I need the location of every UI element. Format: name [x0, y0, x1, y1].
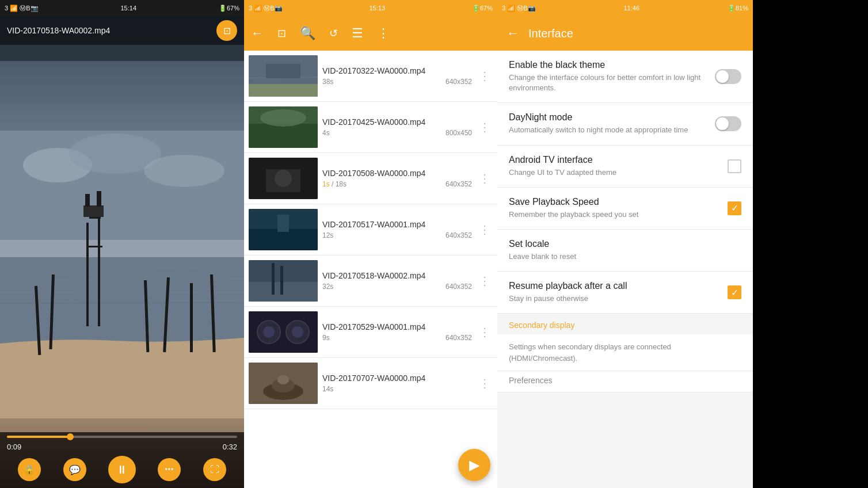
control-buttons: 🔒 💬 ⏸ ••• ⛶ [7, 456, 237, 483]
replay-icon[interactable]: ↺ [329, 27, 338, 40]
item-filename: VID-20170322-WA0000.mp4 [322, 66, 472, 75]
svg-point-44 [292, 326, 303, 338]
item-info: VID-20170529-WA0001.mp4 9s 640x352 [318, 322, 477, 342]
player-video-area [0, 61, 244, 488]
svg-rect-15 [85, 194, 90, 207]
item-menu-button[interactable]: ⋮ [477, 118, 493, 136]
list-item[interactable]: VID-20170508-WA0000.mp4 1s / 18s 640x352… [244, 153, 497, 204]
settings-item-android-tv[interactable]: Android TV interface Change UI to TV ada… [497, 146, 753, 188]
cast-icon[interactable]: ⊡ [277, 27, 286, 40]
settings-item-preferences: Preferences [497, 371, 753, 392]
settings-status-right: 🔋81% [728, 5, 748, 12]
settings-status-bar: 3 📶 ⓂB📷 11:46 🔋81% [497, 0, 753, 16]
item-meta: 14s [322, 385, 472, 393]
settings-item-title: Resume playback after a call [509, 281, 728, 291]
item-info: VID-20170508-WA0000.mp4 1s / 18s 640x352 [318, 169, 477, 188]
player-status-right: 🔋67% [219, 5, 239, 12]
item-info: VID-20170707-WA0000.mp4 14s [318, 373, 477, 393]
item-resolution: 800x450 [446, 129, 472, 137]
settings-status-left: 3 📶 ⓂB📷 [502, 4, 536, 13]
item-menu-button[interactable]: ⋮ [477, 169, 493, 188]
svg-rect-39 [280, 266, 283, 295]
list-item[interactable]: VID-20170322-WA0000.mp4 38s 640x352 ⋮ [244, 51, 497, 102]
list-item[interactable]: VID-20170518-WA0002.mp4 32s 640x352 ⋮ [244, 256, 497, 307]
search-icon[interactable]: 🔍 [300, 26, 315, 41]
thumbnail [249, 106, 318, 148]
settings-item-text: Enable the black theme Change the interf… [509, 60, 715, 93]
item-menu-button[interactable]: ⋮ [477, 374, 493, 392]
black-theme-toggle[interactable] [715, 69, 741, 84]
item-menu-button[interactable]: ⋮ [477, 272, 493, 290]
file-list-items: VID-20170322-WA0000.mp4 38s 640x352 ⋮ [244, 51, 497, 409]
more-menu-icon[interactable]: ⋮ [377, 26, 390, 41]
item-filename: VID-20170517-WA0001.mp4 [322, 220, 472, 229]
svg-rect-25 [266, 64, 300, 78]
item-info: VID-20170322-WA0000.mp4 38s 640x352 [318, 66, 477, 86]
item-meta: 9s 640x352 [322, 334, 472, 342]
file-list-panel: 3 📶 ⓂB📷 15:13 🔋67% ← ⊡ 🔍 ↺ ☰ ⋮ [244, 0, 497, 488]
item-duration: 38s [322, 78, 333, 86]
file-list-container: VID-20170322-WA0000.mp4 38s 640x352 ⋮ [244, 51, 497, 488]
list-item[interactable]: VID-20170707-WA0000.mp4 14s ⋮ [244, 358, 497, 409]
item-meta: 38s 640x352 [322, 78, 472, 86]
pause-button[interactable]: ⏸ [108, 456, 136, 483]
thumbnail [249, 311, 318, 353]
thumbnail [249, 209, 318, 250]
item-menu-button[interactable]: ⋮ [477, 323, 493, 341]
svg-point-29 [260, 109, 306, 127]
settings-panel: 3 📶 ⓂB📷 11:46 🔋81% ← Interface Enable th… [497, 0, 753, 488]
progress-bar[interactable] [7, 436, 237, 438]
svg-rect-28 [249, 124, 318, 148]
settings-item-title: Set locale [509, 239, 741, 249]
settings-item-daynight[interactable]: DayNight mode Automatically switch to ni… [497, 103, 753, 145]
settings-item-locale[interactable]: Set locale Leave blank to reset [497, 230, 753, 272]
settings-item-resume[interactable]: Resume playback after a call Stay in pau… [497, 272, 753, 314]
settings-title: Interface [528, 27, 573, 40]
settings-item-black-theme[interactable]: Enable the black theme Change the interf… [497, 51, 753, 103]
progress-thumb[interactable] [67, 433, 74, 440]
svg-rect-13 [87, 246, 102, 247]
svg-rect-12 [89, 217, 101, 219]
list-status-right: 🔋67% [472, 5, 493, 12]
player-status-time: 15:14 [121, 5, 137, 12]
settings-item-text: Set locale Leave blank to reset [509, 239, 741, 262]
subtitle-button[interactable]: 💬 [63, 458, 86, 481]
more-button[interactable]: ••• [158, 458, 181, 481]
resume-playback-checkbox[interactable]: ✓ [728, 285, 741, 299]
item-meta: 4s 800x450 [322, 129, 472, 137]
secondary-display-header: Secondary display [497, 314, 753, 334]
item-meta: 12s 640x352 [322, 231, 472, 239]
settings-back-icon[interactable]: ← [507, 26, 519, 41]
floating-play-button[interactable]: ▶ [458, 449, 490, 481]
svg-point-42 [263, 326, 275, 338]
item-menu-button[interactable]: ⋮ [477, 220, 493, 239]
item-duration: 1s / 18s [322, 180, 347, 188]
item-menu-button[interactable]: ⋮ [477, 67, 493, 85]
item-filename: VID-20170425-WA0000.mp4 [322, 117, 472, 127]
item-duration: 14s [322, 385, 333, 393]
item-resolution: 640x352 [446, 334, 472, 342]
settings-item-save-speed[interactable]: Save Playback Speed Remember the playbac… [497, 188, 753, 230]
svg-rect-35 [277, 215, 289, 232]
item-resolution: 640x352 [446, 231, 472, 239]
list-item[interactable]: VID-20170529-WA0001.mp4 9s 640x352 ⋮ [244, 307, 497, 358]
thumbnail [249, 363, 318, 404]
item-filename: VID-20170508-WA0000.mp4 [322, 169, 472, 178]
item-filename: VID-20170707-WA0000.mp4 [322, 373, 472, 383]
time-current: 0:09 [7, 443, 21, 451]
daynight-toggle[interactable] [715, 116, 741, 131]
item-info: VID-20170517-WA0001.mp4 12s 640x352 [318, 220, 477, 239]
svg-point-3 [144, 155, 224, 187]
cast-button[interactable]: ⊡ [216, 20, 237, 41]
lock-button[interactable]: 🔒 [18, 458, 41, 481]
settings-item-desc: Stay in pause otherwise [509, 293, 728, 304]
resize-button[interactable]: ⛶ [203, 458, 226, 481]
svg-point-32 [275, 170, 292, 187]
sort-icon[interactable]: ☰ [352, 26, 363, 41]
save-speed-checkbox[interactable]: ✓ [728, 201, 741, 215]
list-item[interactable]: VID-20170425-WA0000.mp4 4s 800x450 ⋮ [244, 102, 497, 153]
list-item[interactable]: VID-20170517-WA0001.mp4 12s 640x352 ⋮ [244, 204, 497, 256]
settings-item-title: Save Playback Speed [509, 197, 728, 207]
android-tv-checkbox[interactable] [728, 159, 741, 173]
back-icon[interactable]: ← [251, 26, 264, 41]
